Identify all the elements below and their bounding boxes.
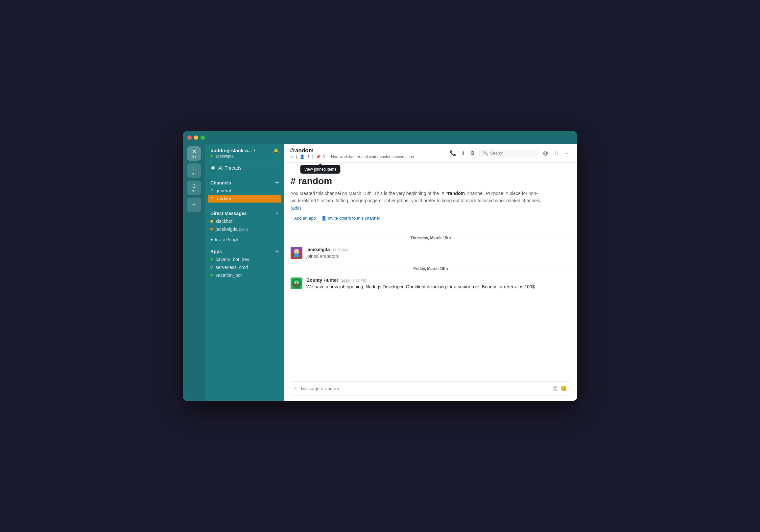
message-text: joined #random.	[307, 253, 571, 260]
user-status: jacekelgda	[211, 154, 279, 159]
bookmarks-icon-btn[interactable]: b ⌘3	[187, 180, 201, 195]
message-header: Bounty Hunter APP 5:37 PM	[307, 277, 571, 283]
sidebar-item-all-threads[interactable]: 💬 All Threads	[205, 164, 284, 172]
message-author: jacekelgda	[307, 247, 330, 252]
status-dot	[211, 266, 213, 268]
message-bounty-hunter: Bounty Hunter APP 5:37 PM We have a new …	[291, 276, 571, 292]
home-icon-btn[interactable]: ✕ ⌘1	[187, 146, 201, 161]
channel-meta: ☆ | 👤 1 | 📌 0 View pinned items | Non-wo…	[290, 155, 414, 159]
close-icon: ✕	[192, 149, 197, 155]
message-content: jacekelgda 11:58 AM joined #random.	[307, 247, 571, 260]
traffic-lights	[187, 135, 205, 140]
avatar-bounty-image	[291, 277, 303, 289]
message-content: Bounty Hunter APP 5:37 PM We have a new …	[307, 277, 571, 290]
message-input-area: + @ 🙂	[284, 378, 577, 401]
sidebar-item-general[interactable]: # general	[205, 187, 284, 195]
info-icon-btn[interactable]: i ⌘2	[187, 164, 201, 178]
main-content: #random ☆ | 👤 1 | 📌 0 View pinned items	[284, 144, 577, 401]
chat-area: # random You created this channel on Mar…	[284, 163, 577, 378]
titlebar	[183, 131, 577, 144]
channel-title: #random	[290, 147, 313, 154]
member-icon: 👤	[300, 155, 305, 159]
dm-header[interactable]: Direct Messages +	[205, 208, 284, 218]
emoji-icon[interactable]: 🙂	[560, 385, 567, 392]
search-input[interactable]	[490, 151, 535, 156]
status-dot	[211, 220, 213, 222]
hash-icon: #	[211, 188, 213, 193]
more-icon[interactable]: ⋯	[563, 149, 571, 158]
threads-icon: 💬	[211, 166, 215, 170]
message-author: Bounty Hunter	[307, 277, 338, 283]
sidebar-item-vacation-bot[interactable]: vacation_bot	[205, 271, 284, 279]
pin-wrapper: 📌 0 View pinned items	[316, 155, 325, 159]
avatar-image	[291, 247, 303, 259]
dm-section: Direct Messages + slackbot jacekelgda (y…	[205, 205, 284, 236]
channel-intro-description: You created this channel on March 15th. …	[291, 190, 547, 212]
message-time: 5:37 PM	[353, 278, 366, 282]
all-threads-section: 💬 All Threads	[205, 162, 284, 174]
hash-icon: #	[211, 196, 213, 201]
sidebar-item-invite-people[interactable]: + Invite People	[205, 236, 284, 243]
info-icon: i	[193, 166, 195, 171]
message-input[interactable]	[301, 386, 549, 391]
search-icon: 🔍	[483, 151, 488, 156]
sidebar-item-serverless-cmd[interactable]: serverless_cmd	[205, 264, 284, 271]
apps-header[interactable]: Apps +	[205, 246, 284, 256]
bell-icon: 🔔	[273, 148, 279, 153]
message-time: 11:58 AM	[333, 248, 348, 252]
add-channel-btn[interactable]: +	[275, 179, 279, 186]
svg-point-7	[295, 282, 296, 283]
star-icon[interactable]: ☆	[290, 155, 294, 159]
channel-description: Non-work banter and water cooler convers…	[331, 155, 414, 159]
apps-section: Apps + cavalry_bot_dev serverless_cmd va…	[205, 243, 284, 282]
app-badge: APP	[341, 279, 350, 283]
workspace-name[interactable]: building-slack-a... ▾ 🔔	[211, 148, 279, 153]
member-count: 1	[308, 155, 309, 159]
date-divider-thursday: Thursday, March 15th	[291, 236, 571, 240]
status-dot	[211, 155, 213, 158]
status-dot	[211, 274, 213, 276]
sidebar-item-slackbot[interactable]: slackbot	[205, 218, 284, 225]
channel-actions: + Add an app 👤 Invite others to this cha…	[291, 216, 571, 220]
icon-bar: ✕ ⌘1 i ⌘2 b ⌘3 +	[183, 144, 205, 401]
person-icon: 👤	[321, 216, 326, 220]
message-text: We have a new job opening: Node.js Devel…	[307, 283, 571, 290]
mention-icon[interactable]: @	[542, 149, 549, 158]
status-dot	[211, 228, 213, 230]
pin-icon[interactable]: 📌	[316, 155, 321, 159]
edit-link[interactable]: edit	[292, 206, 300, 211]
add-dm-btn[interactable]: +	[275, 210, 279, 217]
sidebar-item-random[interactable]: # random	[208, 195, 281, 203]
message-header: jacekelgda 11:58 AM	[307, 247, 571, 252]
plus-icon: +	[192, 202, 196, 208]
channels-section: Channels + # general # random	[205, 174, 284, 205]
add-workspace-btn[interactable]: +	[187, 198, 201, 212]
sidebar-header: building-slack-a... ▾ 🔔 jacekelgda	[205, 144, 284, 162]
status-dot	[211, 258, 213, 261]
star-header-icon[interactable]: ☆	[553, 149, 560, 158]
channels-header[interactable]: Channels +	[205, 177, 284, 187]
sidebar: building-slack-a... ▾ 🔔 jacekelgda 💬 All…	[205, 144, 284, 401]
phone-icon[interactable]: 📞	[449, 149, 457, 158]
channel-intro-title: # random	[291, 176, 571, 186]
sidebar-item-cavalry-bot[interactable]: cavalry_bot_dev	[205, 256, 284, 264]
info-icon[interactable]: ℹ	[461, 149, 465, 158]
maximize-button[interactable]	[201, 135, 205, 140]
add-app-link[interactable]: + Add an app	[291, 216, 316, 220]
svg-rect-3	[294, 254, 299, 258]
invite-others-link[interactable]: 👤 Invite others to this channel	[321, 216, 380, 220]
at-icon[interactable]: @	[552, 386, 558, 392]
settings-icon[interactable]: ⚙	[469, 149, 476, 158]
search-box[interactable]: 🔍	[479, 149, 539, 157]
date-divider-friday: Friday, March 16th	[291, 266, 571, 271]
channel-header: #random ☆ | 👤 1 | 📌 0 View pinned items	[284, 144, 577, 163]
plus-icon: +	[211, 237, 213, 242]
add-app-btn[interactable]: +	[275, 248, 279, 255]
svg-point-8	[297, 282, 299, 283]
app-window: ✕ ⌘1 i ⌘2 b ⌘3 + building-slack-a... ▾ 🔔	[183, 131, 577, 401]
minimize-button[interactable]	[194, 135, 198, 140]
add-attachment-btn[interactable]: +	[294, 385, 298, 392]
input-right-icons: @ 🙂	[552, 385, 567, 392]
sidebar-item-jacekelgda[interactable]: jacekelgda (you)	[205, 225, 284, 233]
close-button[interactable]	[187, 135, 192, 140]
